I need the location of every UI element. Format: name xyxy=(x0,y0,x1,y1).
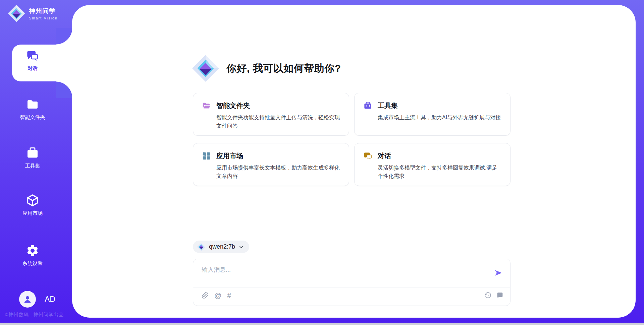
sidebar-item-app-market[interactable]: 应用市场 xyxy=(0,194,65,216)
paperclip-icon[interactable] xyxy=(202,292,209,299)
card-smart-folder[interactable]: 智能文件夹 智能文件夹功能支持批量文件上传与清洗，轻松实现文件问答 xyxy=(193,93,349,136)
active-tab-fillet-bottom xyxy=(56,81,74,98)
card-title: 智能文件夹 xyxy=(216,101,250,110)
copyright-footer: ©神州数码 · 神州问学出品 xyxy=(5,312,64,318)
cube-icon xyxy=(26,194,39,207)
feature-cards: 智能文件夹 智能文件夹功能支持批量文件上传与清洗，轻松实现文件问答 工具集 集成… xyxy=(193,93,511,186)
toolbox-icon xyxy=(26,146,39,160)
composer-tools-left: @ # xyxy=(202,292,231,299)
card-chat[interactable]: 对话 灵活切换多模型文件，支持多样回复效果调试,满足个性化需求 xyxy=(354,143,511,186)
screen-bottom-edge xyxy=(0,323,644,325)
folder-open-icon xyxy=(202,101,211,110)
card-toolset[interactable]: 工具集 集成市场上主流工具，助力AI与外界无缝扩展与对接 xyxy=(354,93,511,136)
card-description: 智能文件夹功能支持批量文件上传与清洗，轻松实现文件问答 xyxy=(216,114,340,130)
toolbox-icon xyxy=(363,101,372,110)
sidebar-item-label: 智能文件夹 xyxy=(20,114,45,121)
person-icon xyxy=(22,294,33,304)
avatar xyxy=(19,291,36,308)
sidebar-item-label: 系统设置 xyxy=(22,260,43,267)
composer-divider xyxy=(193,287,510,287)
card-title: 对话 xyxy=(378,151,391,160)
user-initials: AD xyxy=(45,295,55,304)
send-icon[interactable] xyxy=(494,268,503,277)
main-panel: 你好, 我可以如何帮助你? 智能文件夹 智能文件夹功能支持批量文件上传与清洗，轻… xyxy=(72,5,636,318)
folder-icon xyxy=(26,98,39,111)
brand-subtitle: Smart Vision xyxy=(29,16,58,20)
brand-name: 神州问学 xyxy=(29,7,58,15)
card-app-market[interactable]: 应用市场 应用市场提供丰富长文本模板，助力高效生成多样化文章内容 xyxy=(193,143,349,186)
apps-icon xyxy=(202,151,211,160)
sidebar-item-label: 工具集 xyxy=(25,163,40,169)
message-input[interactable] xyxy=(202,266,487,285)
sidebar-item-label: 应用市场 xyxy=(22,210,43,216)
sidebar-item-chat[interactable]: 对话 xyxy=(0,50,65,72)
card-description: 灵活切换多模型文件，支持多样回复效果调试,满足个性化需求 xyxy=(378,164,501,181)
gear-icon xyxy=(26,244,39,257)
card-title: 工具集 xyxy=(378,101,398,110)
model-name: qwen2:7b xyxy=(209,243,235,250)
sidebar-item-settings[interactable]: 系统设置 xyxy=(0,244,65,267)
brand-diamond-icon xyxy=(7,4,25,22)
at-icon[interactable]: @ xyxy=(214,292,221,299)
sidebar-item-label: 对话 xyxy=(28,65,38,72)
chevron-down-icon xyxy=(238,244,244,250)
app-logo: 神州问学 Smart Vision xyxy=(7,4,58,22)
composer-tools-right xyxy=(484,292,503,299)
history-icon[interactable] xyxy=(484,292,491,299)
chat-icon xyxy=(363,151,372,160)
greeting-row: 你好, 我可以如何帮助你? xyxy=(192,54,341,82)
chat-bubble-icon[interactable] xyxy=(496,292,503,299)
hash-icon[interactable]: # xyxy=(227,292,231,299)
model-diamond-icon xyxy=(197,243,206,251)
active-tab-fillet-top xyxy=(56,28,74,45)
chat-icon xyxy=(26,50,39,62)
message-composer: @ # xyxy=(193,259,511,306)
greeting-title: 你好, 我可以如何帮助你? xyxy=(226,62,341,75)
sidebar-item-toolset[interactable]: 工具集 xyxy=(0,146,65,169)
sidebar-item-smart-folder[interactable]: 智能文件夹 xyxy=(0,98,65,121)
model-selector[interactable]: qwen2:7b xyxy=(193,241,249,253)
card-title: 应用市场 xyxy=(216,151,243,160)
user-profile[interactable]: AD xyxy=(19,291,55,308)
greeting-diamond-icon xyxy=(192,54,220,82)
card-description: 集成市场上主流工具，助力AI与外界无缝扩展与对接 xyxy=(378,114,501,122)
card-description: 应用市场提供丰富长文本模板，助力高效生成多样化文章内容 xyxy=(216,164,340,181)
